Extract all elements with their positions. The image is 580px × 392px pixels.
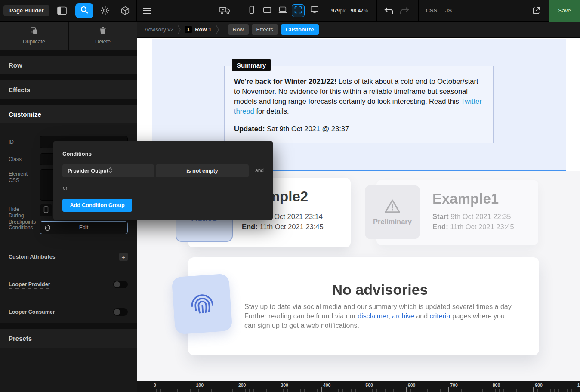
summary-text: We're back for Winter 2021/22! Lots of t… (234, 77, 484, 116)
sidebar-tail (0, 348, 137, 392)
gear-icon[interactable] (100, 6, 110, 15)
delete-button[interactable]: Delete (69, 22, 137, 50)
breadcrumb-page[interactable]: Advisory v2 (145, 26, 173, 33)
search-button[interactable] (75, 3, 93, 18)
phone-icon (247, 5, 256, 16)
external-link-icon[interactable] (532, 6, 540, 15)
hamburger-menu-icon[interactable] (143, 7, 151, 14)
preview-tablet-button[interactable] (261, 4, 274, 17)
duplicate-button[interactable]: Duplicate (0, 22, 68, 50)
duplicate-icon (30, 27, 38, 36)
phone-icon (43, 206, 49, 215)
tab-row[interactable]: Row (228, 24, 249, 35)
ruler-label-800: 800 (493, 383, 500, 388)
breadcrumb-bar: Advisory v2 1 Row 1 RowEffectsCustomize (137, 22, 580, 38)
and-label: and (255, 167, 264, 173)
responsive-icon (294, 6, 302, 16)
summary-box: We're back for Winter 2021/22! Lots of t… (224, 66, 494, 143)
inspector-tabs: RowEffectsCustomize (228, 24, 319, 35)
css-button[interactable]: CSS (426, 7, 437, 14)
preview-responsive-button[interactable] (292, 4, 305, 17)
no-advisories-text: Stay up to date via social media and our… (244, 302, 515, 330)
looper-provider-toggle[interactable] (113, 281, 128, 288)
or-label: or (63, 185, 68, 191)
tab-customize[interactable]: Customize (281, 24, 319, 35)
add-condition-group-button[interactable]: Add Condition Group (62, 199, 132, 212)
topbar-left: Page Builder (0, 0, 137, 22)
horizontal-ruler: 01002003004005006007008009001 (137, 381, 580, 392)
save-button[interactable]: Save (549, 0, 580, 22)
conditions-edit-button[interactable]: Edit (40, 221, 128, 234)
ruler-label-500: 500 (365, 383, 373, 388)
summary-tag: Summary (232, 59, 271, 71)
conditions-icon (44, 225, 51, 232)
section-presets[interactable]: Presets (0, 329, 137, 348)
conditions-popover: Conditions Provider Output is not empty … (53, 141, 273, 220)
divider (376, 0, 377, 22)
section-row[interactable]: Row (0, 56, 137, 74)
topbar: Page Builder (0, 0, 580, 22)
laptop-icon (278, 5, 287, 16)
page-builder-button[interactable]: Page Builder (3, 5, 49, 16)
page-builder-app: Page Builder (0, 0, 580, 392)
element-css-label: Element CSS (9, 171, 34, 184)
add-custom-attribute-button[interactable]: + (119, 253, 128, 261)
ruler-label-700: 700 (450, 383, 458, 388)
element-actions: Duplicate Delete (0, 22, 137, 50)
preview-phone-button[interactable] (245, 4, 258, 17)
undo-icon[interactable] (384, 6, 394, 15)
fingerprint-badge (172, 274, 233, 335)
looper-consumer-toggle[interactable] (113, 308, 128, 316)
summary-updated: Updated: Sat 9th Oct 2021 @ 23:37 (234, 125, 484, 133)
ruler-label-1: 1 (577, 383, 580, 388)
archive-link[interactable]: archive (392, 312, 414, 320)
chevron-updown-icon (108, 167, 112, 175)
tablet-icon (262, 5, 272, 16)
zoom-readout: 98.47% (351, 8, 368, 14)
chevron-right-icon (177, 25, 181, 35)
tab-effects[interactable]: Effects (252, 24, 278, 35)
no-advisories-title: No advisories (244, 281, 515, 298)
sidebar-toggle-icon[interactable] (57, 6, 67, 15)
truck-icon[interactable] (219, 6, 231, 15)
ruler-label-400: 400 (323, 383, 331, 388)
id-label: ID (9, 139, 14, 145)
breakpoint-phone-button[interactable] (40, 204, 52, 216)
conditions-popover-title: Conditions (62, 151, 92, 157)
topbar-right: Save (532, 0, 580, 22)
divider (418, 0, 419, 22)
duplicate-label: Duplicate (23, 39, 45, 45)
redo-icon[interactable] (399, 6, 410, 15)
breadcrumb-element[interactable]: 1 Row 1 (185, 26, 211, 33)
ruler-label-0: 0 (154, 383, 156, 388)
example2-end: End: 11th Oct 2021 23:45 (242, 223, 324, 231)
conditions-edit-label: Edit (79, 225, 89, 231)
criteria-link[interactable]: criteria (429, 312, 450, 320)
preview-laptop-button[interactable] (276, 4, 289, 17)
element-badge: 1 (185, 26, 192, 33)
cube-icon[interactable] (120, 6, 130, 15)
class-label: Class (9, 156, 22, 163)
delete-label: Delete (95, 39, 111, 45)
breadcrumb-element-label: Row 1 (195, 26, 211, 33)
js-button[interactable]: JS (445, 7, 452, 14)
looper-consumer-label: Looper Consumer (9, 309, 55, 316)
ruler-label-900: 900 (535, 383, 543, 388)
desktop-icon (310, 5, 319, 16)
search-icon (80, 6, 89, 15)
chevron-right-icon (216, 25, 219, 35)
topbar-center: 979px 98.47% CSS JS (137, 0, 532, 22)
custom-attributes-label: Custom Attributes (9, 254, 56, 260)
divider (240, 0, 240, 22)
preview-desktop-button[interactable] (308, 4, 321, 17)
condition-operator-button[interactable]: is not empty (156, 164, 249, 177)
ruler-label-300: 300 (281, 383, 288, 388)
looper-provider-label: Looper Provider (9, 281, 50, 289)
trash-icon (99, 27, 106, 36)
section-effects[interactable]: Effects (0, 80, 137, 99)
section-customize[interactable]: Customize (0, 105, 137, 123)
ruler-label-200: 200 (238, 383, 246, 388)
disclaimer-link[interactable]: disclaimer (358, 312, 388, 320)
canvas-width-readout: 979px (331, 8, 346, 14)
condition-type-select[interactable]: Provider Output (62, 164, 154, 177)
